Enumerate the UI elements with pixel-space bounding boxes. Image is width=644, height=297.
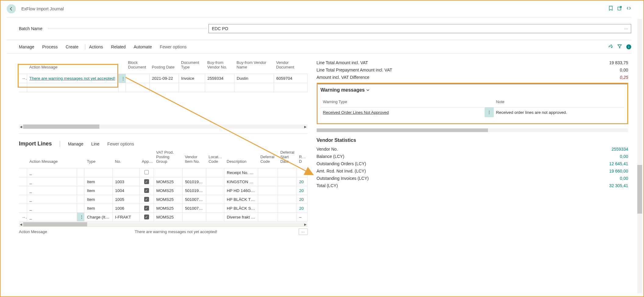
filter-icon[interactable] bbox=[617, 44, 622, 50]
col-warning-note[interactable]: Note bbox=[494, 98, 624, 107]
lines-line[interactable]: Line bbox=[91, 142, 99, 146]
cell-posting-date[interactable]: 2021-09-22 bbox=[149, 74, 179, 83]
checkbox-checked-icon[interactable]: ✓ bbox=[144, 179, 149, 184]
batch-lookup-button[interactable]: ··· bbox=[624, 26, 628, 31]
import-line-row[interactable]: _Item1005✓MOMS255010072…HP BLÄCK TR…20 bbox=[19, 195, 307, 204]
cell-deferral-start[interactable] bbox=[278, 204, 297, 213]
warning-row[interactable]: Received Order Lines Not Approved ⋮ Rece… bbox=[321, 107, 624, 117]
import-line-row[interactable]: _Receipt No. 1… bbox=[19, 168, 307, 177]
cell-location[interactable] bbox=[206, 168, 224, 177]
cell-document-type[interactable]: Invoice bbox=[179, 74, 205, 83]
cell-vat[interactable]: MOMS25 bbox=[154, 195, 182, 204]
cell-deferral-code[interactable] bbox=[258, 195, 278, 204]
cell-location[interactable] bbox=[206, 204, 224, 213]
tab-related[interactable]: Related bbox=[111, 44, 126, 49]
cell-no[interactable]: 1006 bbox=[112, 204, 139, 213]
col-lines-no[interactable]: No. bbox=[112, 149, 139, 168]
col-warning-type[interactable]: Warning Type bbox=[321, 98, 485, 107]
page-vscroll[interactable] bbox=[637, 19, 642, 293]
cell-vat[interactable]: MOMS25 bbox=[154, 204, 182, 213]
cell-deferral-start[interactable] bbox=[278, 168, 297, 177]
cell-vendor-item[interactable] bbox=[182, 168, 206, 177]
cell-action-msg[interactable]: _ bbox=[27, 195, 77, 204]
cell-app[interactable]: ✓ bbox=[139, 186, 154, 195]
cell-rd[interactable]: – bbox=[297, 213, 307, 222]
import-line-row[interactable]: _Item1006✓MOMS255010073…HP BLÄCK SV…20 bbox=[19, 204, 307, 213]
cell-vendor-item[interactable] bbox=[182, 213, 206, 222]
cell-type[interactable]: Item bbox=[84, 204, 112, 213]
batch-name-input[interactable]: EDC PO ··· bbox=[208, 24, 631, 33]
cell-vendor-item[interactable]: 5010197… bbox=[182, 177, 206, 186]
cell-app[interactable]: ✓ bbox=[139, 204, 154, 213]
cell-rd[interactable]: 20 bbox=[297, 177, 307, 186]
tab-manage[interactable]: Manage bbox=[19, 44, 34, 49]
cell-location[interactable] bbox=[206, 213, 224, 222]
line-row-menu[interactable]: ⋮ bbox=[77, 213, 84, 222]
cell-vendor-document[interactable]: 6059704 bbox=[274, 74, 307, 83]
cell-rd[interactable]: 20 bbox=[297, 186, 307, 195]
cell-action-msg[interactable]: _ bbox=[27, 204, 77, 213]
side-hscroll[interactable] bbox=[317, 128, 628, 132]
lines-manage[interactable]: Manage bbox=[68, 142, 84, 146]
import-line-row[interactable]: →_⋮Charge (Item)I-FRAKT✓MOMS25Diverse fr… bbox=[19, 213, 307, 222]
fewer-options[interactable]: Fewer options bbox=[160, 44, 187, 49]
bookmark-icon[interactable] bbox=[609, 6, 613, 12]
cell-action-msg[interactable]: _ bbox=[27, 213, 77, 222]
cell-app[interactable]: ✓ bbox=[139, 177, 154, 186]
cell-deferral-code[interactable] bbox=[258, 204, 278, 213]
row-menu-button[interactable]: ⋮ bbox=[118, 74, 126, 83]
col-buy-from-vendor-name[interactable]: Buy-from Vendor Name bbox=[234, 59, 274, 74]
cell-location[interactable] bbox=[206, 177, 224, 186]
checkbox-checked-icon[interactable]: ✓ bbox=[144, 197, 149, 202]
cell-action-msg[interactable]: _ bbox=[27, 168, 77, 177]
col-lines-app[interactable]: App… bbox=[139, 149, 154, 168]
col-buy-from-vendor-no[interactable]: Buy-from Vendor No. bbox=[205, 59, 234, 74]
tab-automate[interactable]: Automate bbox=[133, 44, 152, 49]
cell-deferral-code[interactable] bbox=[258, 213, 278, 222]
col-lines-type[interactable]: Type bbox=[84, 149, 112, 168]
scroll-right-icon[interactable]: ▶ bbox=[303, 125, 308, 128]
warning-messages-toggle[interactable]: Warning messages bbox=[321, 87, 624, 93]
cell-deferral-code[interactable] bbox=[258, 177, 278, 186]
cell-deferral-start[interactable] bbox=[278, 195, 297, 204]
cell-vat[interactable] bbox=[154, 168, 182, 177]
cell-description[interactable]: Diverse frakt i… bbox=[224, 213, 258, 222]
main-grid-hscroll[interactable]: ◀ ▶ bbox=[19, 124, 308, 129]
cell-block-document[interactable] bbox=[126, 74, 149, 83]
cell-no[interactable] bbox=[112, 168, 139, 177]
checkbox-empty-icon[interactable] bbox=[144, 170, 149, 174]
scroll-thumb[interactable] bbox=[317, 128, 488, 132]
share-icon[interactable] bbox=[608, 44, 613, 50]
cell-type[interactable]: Item bbox=[84, 186, 112, 195]
cell-description[interactable]: HP HD 146GB… bbox=[224, 186, 258, 195]
cell-app[interactable]: ✓ bbox=[139, 195, 154, 204]
import-line-row[interactable]: _Item1004✓MOMS255010196…HP HD 146GB…20 bbox=[19, 186, 307, 195]
col-block-document[interactable]: Block Document bbox=[126, 59, 149, 74]
col-action-message[interactable]: Action Message bbox=[27, 59, 118, 74]
cell-vat[interactable]: MOMS25 bbox=[154, 177, 182, 186]
warning-row-menu[interactable]: ⋮ bbox=[485, 107, 494, 117]
cell-type[interactable]: Item bbox=[84, 195, 112, 204]
cell-app[interactable] bbox=[139, 168, 154, 177]
cell-vat[interactable]: MOMS25 bbox=[154, 186, 182, 195]
import-line-row[interactable]: _Item1003✓MOMS255010197…KINGSTON 8…20 bbox=[19, 177, 307, 186]
cell-deferral-start[interactable] bbox=[278, 186, 297, 195]
cell-vendor-item[interactable]: 5010073… bbox=[182, 204, 206, 213]
cell-location[interactable] bbox=[206, 186, 224, 195]
cell-description[interactable]: Receipt No. 1… bbox=[224, 168, 258, 177]
scroll-left-icon[interactable]: ◀ bbox=[19, 223, 23, 226]
checkbox-checked-icon[interactable]: ✓ bbox=[144, 215, 149, 219]
cell-deferral-code[interactable] bbox=[258, 168, 278, 177]
vstat-value[interactable]: 12 645,41 bbox=[609, 161, 628, 166]
col-lines-action-message[interactable]: Action Message bbox=[27, 149, 77, 168]
col-lines-r[interactable]: R… D bbox=[297, 149, 307, 168]
scroll-thumb[interactable] bbox=[23, 222, 87, 226]
vscroll-thumb[interactable] bbox=[637, 165, 642, 214]
footer-more-button[interactable]: ··· bbox=[299, 229, 308, 235]
cell-action-msg[interactable]: _ bbox=[27, 186, 77, 195]
cell-vendor-item[interactable]: 5010072… bbox=[182, 195, 206, 204]
scroll-thumb[interactable] bbox=[23, 124, 99, 129]
scroll-left-icon[interactable]: ◀ bbox=[19, 125, 23, 128]
col-posting-date[interactable]: Posting Date bbox=[149, 59, 179, 74]
cell-action-msg[interactable]: _ bbox=[27, 177, 77, 186]
